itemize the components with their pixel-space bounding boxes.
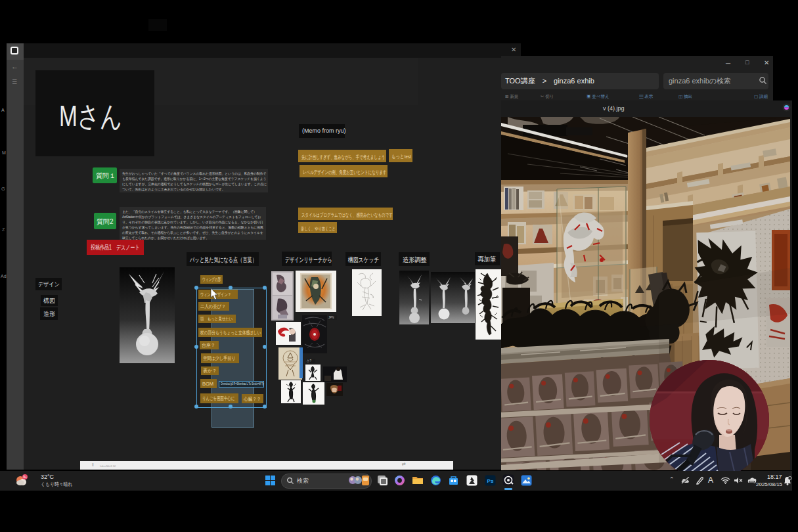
svg-text:9+: 9+ <box>23 475 27 479</box>
svg-text:Ps: Ps <box>487 478 494 484</box>
